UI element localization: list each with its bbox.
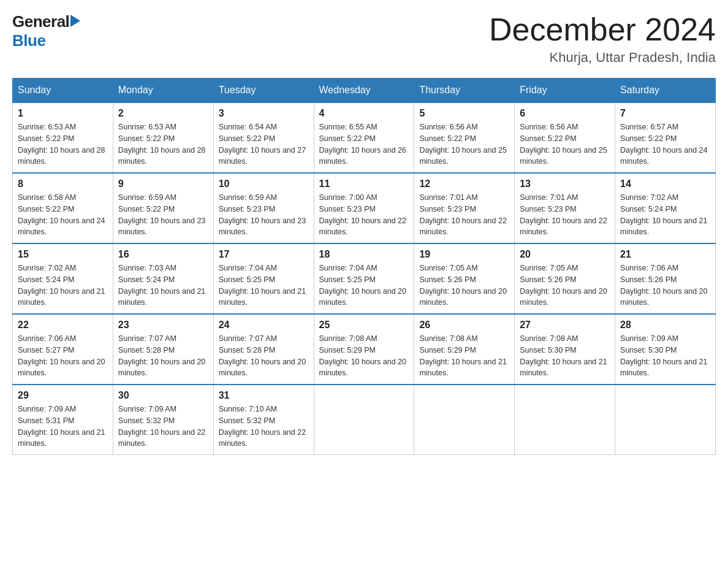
day-info: Sunrise: 6:59 AMSunset: 5:22 PMDaylight:… (118, 192, 208, 238)
day-number: 26 (419, 320, 509, 331)
header-cell-saturday: Saturday (615, 79, 716, 103)
day-cell: 14 Sunrise: 7:02 AMSunset: 5:24 PMDaylig… (615, 173, 716, 243)
header-cell-wednesday: Wednesday (314, 79, 414, 103)
day-info: Sunrise: 7:08 AMSunset: 5:29 PMDaylight:… (419, 333, 509, 379)
day-info: Sunrise: 7:07 AMSunset: 5:28 PMDaylight:… (219, 333, 309, 379)
day-info: Sunrise: 7:09 AMSunset: 5:30 PMDaylight:… (620, 333, 710, 379)
header-cell-sunday: Sunday (13, 79, 113, 103)
header-row: SundayMondayTuesdayWednesdayThursdayFrid… (13, 79, 716, 103)
day-cell: 21 Sunrise: 7:06 AMSunset: 5:26 PMDaylig… (615, 243, 716, 314)
week-row-2: 8 Sunrise: 6:58 AMSunset: 5:22 PMDayligh… (13, 173, 716, 243)
day-info: Sunrise: 7:01 AMSunset: 5:23 PMDaylight:… (520, 192, 610, 238)
day-cell: 30 Sunrise: 7:09 AMSunset: 5:32 PMDaylig… (113, 385, 213, 455)
day-number: 17 (219, 249, 309, 260)
day-info: Sunrise: 6:55 AMSunset: 5:22 PMDaylight:… (319, 121, 409, 167)
day-number: 1 (18, 108, 108, 119)
day-cell: 4 Sunrise: 6:55 AMSunset: 5:22 PMDayligh… (314, 102, 414, 173)
day-cell: 12 Sunrise: 7:01 AMSunset: 5:23 PMDaylig… (414, 173, 515, 243)
day-cell: 26 Sunrise: 7:08 AMSunset: 5:29 PMDaylig… (414, 314, 515, 385)
day-cell: 28 Sunrise: 7:09 AMSunset: 5:30 PMDaylig… (615, 314, 716, 385)
logo-general-text: General (12, 12, 69, 31)
day-number: 14 (620, 178, 710, 190)
day-number: 11 (319, 178, 409, 190)
day-cell: 7 Sunrise: 6:57 AMSunset: 5:22 PMDayligh… (615, 102, 716, 173)
day-info: Sunrise: 7:02 AMSunset: 5:24 PMDaylight:… (620, 192, 710, 238)
day-number: 24 (219, 320, 309, 331)
day-number: 28 (620, 320, 710, 331)
logo-arrow-icon (70, 15, 80, 27)
day-info: Sunrise: 7:04 AMSunset: 5:25 PMDaylight:… (219, 262, 309, 308)
day-info: Sunrise: 6:54 AMSunset: 5:22 PMDaylight:… (219, 121, 309, 167)
title-area: December 2024 Khurja, Uttar Pradesh, Ind… (489, 12, 716, 66)
logo-blue-text: Blue (12, 31, 45, 50)
day-cell: 10 Sunrise: 6:59 AMSunset: 5:23 PMDaylig… (213, 173, 314, 243)
day-number: 22 (18, 320, 108, 331)
logo: General Blue (12, 12, 80, 50)
day-cell: 11 Sunrise: 7:00 AMSunset: 5:23 PMDaylig… (314, 173, 414, 243)
day-info: Sunrise: 7:03 AMSunset: 5:24 PMDaylight:… (118, 262, 208, 308)
day-cell (615, 385, 716, 455)
day-info: Sunrise: 7:06 AMSunset: 5:27 PMDaylight:… (18, 333, 108, 379)
day-number: 9 (118, 178, 208, 190)
day-cell: 16 Sunrise: 7:03 AMSunset: 5:24 PMDaylig… (113, 243, 213, 314)
day-info: Sunrise: 6:53 AMSunset: 5:22 PMDaylight:… (118, 121, 208, 167)
day-number: 25 (319, 320, 409, 331)
day-number: 30 (118, 390, 208, 401)
day-number: 2 (118, 108, 208, 119)
day-info: Sunrise: 7:05 AMSunset: 5:26 PMDaylight:… (419, 262, 509, 308)
day-cell: 18 Sunrise: 7:04 AMSunset: 5:25 PMDaylig… (314, 243, 414, 314)
header-cell-tuesday: Tuesday (213, 79, 314, 103)
day-number: 27 (520, 320, 610, 331)
day-number: 10 (219, 178, 309, 190)
header-cell-thursday: Thursday (414, 79, 515, 103)
day-cell: 1 Sunrise: 6:53 AMSunset: 5:22 PMDayligh… (13, 102, 113, 173)
day-cell: 29 Sunrise: 7:09 AMSunset: 5:31 PMDaylig… (13, 385, 113, 455)
calendar-title: December 2024 (489, 12, 716, 47)
week-row-4: 22 Sunrise: 7:06 AMSunset: 5:27 PMDaylig… (13, 314, 716, 385)
day-number: 12 (419, 178, 509, 190)
day-number: 8 (18, 178, 108, 190)
day-cell: 5 Sunrise: 6:56 AMSunset: 5:22 PMDayligh… (414, 102, 515, 173)
day-number: 5 (419, 108, 509, 119)
day-cell: 24 Sunrise: 7:07 AMSunset: 5:28 PMDaylig… (213, 314, 314, 385)
week-row-1: 1 Sunrise: 6:53 AMSunset: 5:22 PMDayligh… (13, 102, 716, 173)
day-cell: 17 Sunrise: 7:04 AMSunset: 5:25 PMDaylig… (213, 243, 314, 314)
day-info: Sunrise: 7:01 AMSunset: 5:23 PMDaylight:… (419, 192, 509, 238)
day-cell: 9 Sunrise: 6:59 AMSunset: 5:22 PMDayligh… (113, 173, 213, 243)
calendar-subtitle: Khurja, Uttar Pradesh, India (489, 50, 716, 66)
day-info: Sunrise: 7:05 AMSunset: 5:26 PMDaylight:… (520, 262, 610, 308)
day-info: Sunrise: 7:09 AMSunset: 5:32 PMDaylight:… (118, 404, 208, 450)
day-cell: 2 Sunrise: 6:53 AMSunset: 5:22 PMDayligh… (113, 102, 213, 173)
week-row-5: 29 Sunrise: 7:09 AMSunset: 5:31 PMDaylig… (13, 385, 716, 455)
day-cell: 15 Sunrise: 7:02 AMSunset: 5:24 PMDaylig… (13, 243, 113, 314)
day-number: 29 (18, 390, 108, 401)
day-number: 18 (319, 249, 409, 260)
day-info: Sunrise: 7:06 AMSunset: 5:26 PMDaylight:… (620, 262, 710, 308)
day-number: 16 (118, 249, 208, 260)
day-info: Sunrise: 7:08 AMSunset: 5:29 PMDaylight:… (319, 333, 409, 379)
day-number: 3 (219, 108, 309, 119)
header-cell-friday: Friday (515, 79, 615, 103)
day-info: Sunrise: 7:08 AMSunset: 5:30 PMDaylight:… (520, 333, 610, 379)
day-number: 6 (520, 108, 610, 119)
day-info: Sunrise: 7:00 AMSunset: 5:23 PMDaylight:… (319, 192, 409, 238)
day-cell: 8 Sunrise: 6:58 AMSunset: 5:22 PMDayligh… (13, 173, 113, 243)
header-cell-monday: Monday (113, 79, 213, 103)
day-cell (414, 385, 515, 455)
header: General Blue December 2024 Khurja, Uttar… (12, 12, 716, 66)
day-number: 19 (419, 249, 509, 260)
day-info: Sunrise: 7:10 AMSunset: 5:32 PMDaylight:… (219, 404, 309, 450)
day-number: 31 (219, 390, 309, 401)
day-number: 23 (118, 320, 208, 331)
day-cell: 3 Sunrise: 6:54 AMSunset: 5:22 PMDayligh… (213, 102, 314, 173)
day-info: Sunrise: 7:09 AMSunset: 5:31 PMDaylight:… (18, 404, 108, 450)
day-cell: 19 Sunrise: 7:05 AMSunset: 5:26 PMDaylig… (414, 243, 515, 314)
day-cell: 23 Sunrise: 7:07 AMSunset: 5:28 PMDaylig… (113, 314, 213, 385)
day-info: Sunrise: 7:04 AMSunset: 5:25 PMDaylight:… (319, 262, 409, 308)
day-cell: 27 Sunrise: 7:08 AMSunset: 5:30 PMDaylig… (515, 314, 615, 385)
day-info: Sunrise: 6:59 AMSunset: 5:23 PMDaylight:… (219, 192, 309, 238)
day-number: 7 (620, 108, 710, 119)
week-row-3: 15 Sunrise: 7:02 AMSunset: 5:24 PMDaylig… (13, 243, 716, 314)
day-cell: 31 Sunrise: 7:10 AMSunset: 5:32 PMDaylig… (213, 385, 314, 455)
day-info: Sunrise: 6:57 AMSunset: 5:22 PMDaylight:… (620, 121, 710, 167)
